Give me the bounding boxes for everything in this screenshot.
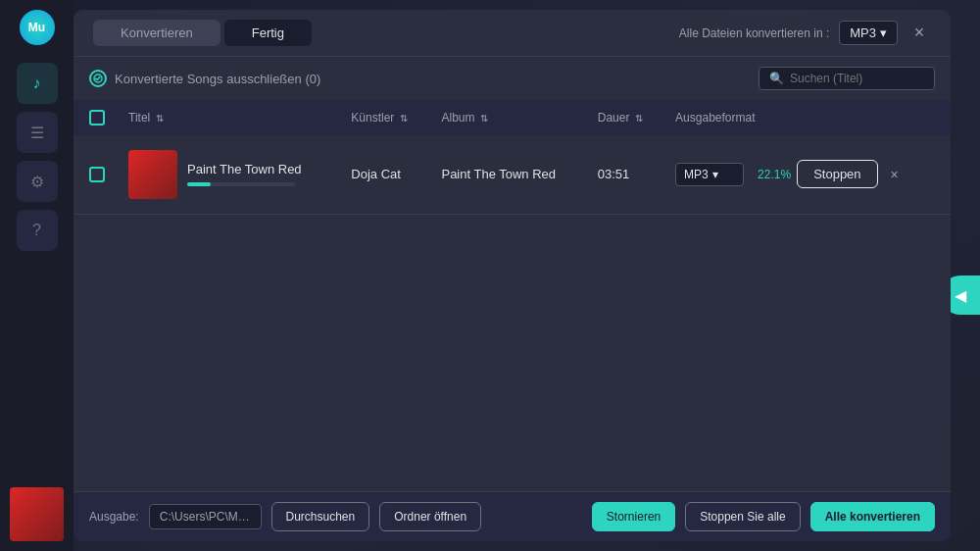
row-format-select[interactable]: MP3 ▾	[675, 163, 744, 186]
row-checkbox-cell	[74, 135, 117, 214]
sidebar-item-settings[interactable]: ⚙	[17, 161, 58, 202]
tab-bar: Konvertieren Fertig	[93, 20, 312, 46]
artist-sort-icon: ⇅	[400, 113, 408, 124]
modal-header: Konvertieren Fertig Alle Dateien konvert…	[74, 10, 951, 57]
output-label: Ausgabe:	[89, 510, 139, 524]
format-label: Alle Dateien konvertieren in :	[679, 26, 829, 40]
header-format-col: Ausgabeformat	[663, 100, 951, 135]
album-sort-icon: ⇅	[480, 113, 488, 124]
exclude-icon	[89, 70, 107, 87]
album-name: Paint The Town Red	[441, 167, 556, 181]
progress-bar-container	[187, 182, 295, 186]
stop-all-button[interactable]: Stoppen Sie alle	[685, 502, 800, 531]
sidebar-item-help[interactable]: ?	[17, 210, 58, 251]
sidebar-item-library[interactable]: ☰	[17, 112, 58, 153]
stop-row-button[interactable]: Stoppen	[797, 160, 877, 188]
row-checkbox[interactable]	[89, 167, 105, 182]
search-box[interactable]: 🔍	[759, 67, 935, 90]
modal-close-button[interactable]: ×	[907, 22, 931, 45]
header-artist-col[interactable]: Künstler ⇅	[339, 100, 429, 135]
exclude-songs-toggle[interactable]: Konvertierte Songs ausschließen (0)	[89, 70, 320, 87]
search-icon: 🔍	[769, 72, 784, 85]
format-value: MP3	[850, 25, 876, 40]
album-col-label: Album	[441, 111, 474, 125]
circle-check-icon	[93, 74, 103, 83]
tab-fertig[interactable]: Fertig	[224, 20, 312, 46]
select-all-checkbox[interactable]	[89, 110, 105, 125]
progress-percent: 22.1%	[758, 168, 791, 181]
global-format-select[interactable]: MP3 ▾	[839, 21, 898, 45]
tab-konvertieren[interactable]: Konvertieren	[93, 20, 220, 46]
table-header-row: Titel ⇅ Künstler ⇅ Album ⇅ Dauer ⇅	[74, 100, 951, 135]
title-sort-icon: ⇅	[156, 113, 164, 124]
format-dropdown-icon: ▾	[880, 25, 887, 40]
row-format-dropdown-icon: ▾	[712, 168, 718, 181]
track-table: Titel ⇅ Künstler ⇅ Album ⇅ Dauer ⇅	[74, 100, 951, 491]
float-icon: ◀	[955, 286, 966, 305]
album-art	[128, 150, 177, 199]
song-info: Paint The Town Red	[187, 162, 302, 186]
remove-row-button[interactable]: ×	[884, 164, 906, 185]
row-album-cell: Paint The Town Red	[429, 135, 585, 214]
song-cell: Paint The Town Red	[128, 150, 327, 199]
cancel-button[interactable]: Stornieren	[592, 502, 675, 531]
exclude-label: Konvertierte Songs ausschließen (0)	[115, 72, 320, 86]
duration-value: 03:51	[598, 167, 630, 181]
search-input[interactable]	[790, 72, 924, 85]
sidebar: Mu ♪ ☰ ⚙ ?	[0, 0, 74, 551]
artist-col-label: Künstler	[351, 111, 394, 125]
header-title-col[interactable]: Titel ⇅	[117, 100, 339, 135]
format-col-label: Ausgabeformat	[675, 111, 755, 125]
convert-all-button[interactable]: Alle konvertieren	[810, 502, 935, 531]
row-duration-cell: 03:51	[586, 135, 663, 214]
row-format-value: MP3	[684, 168, 709, 181]
row-format-cell: MP3 ▾ 22.1% Stoppen ×	[663, 135, 951, 214]
sidebar-item-music[interactable]: ♪	[17, 63, 58, 104]
converter-modal: Konvertieren Fertig Alle Dateien konvert…	[74, 10, 951, 541]
header-album-col[interactable]: Album ⇅	[429, 100, 585, 135]
header-checkbox-col	[74, 100, 117, 135]
output-path: C:\Users\PC\MuConvert\Sp...	[149, 504, 262, 529]
table-row: Paint The Town Red Doja Cat Paint The To…	[74, 135, 951, 214]
sidebar-album-art	[10, 487, 64, 541]
modal-footer: Ausgabe: C:\Users\PC\MuConvert\Sp... Dur…	[74, 491, 951, 541]
header-right: Alle Dateien konvertieren in : MP3 ▾ ×	[679, 21, 931, 45]
song-title: Paint The Town Red	[187, 162, 302, 176]
row-title-cell: Paint The Town Red	[117, 135, 339, 214]
progress-bar-fill	[187, 182, 211, 186]
artist-name: Doja Cat	[351, 167, 401, 181]
row-artist-cell: Doja Cat	[339, 135, 429, 214]
duration-sort-icon: ⇅	[635, 113, 643, 124]
browse-button[interactable]: Durchsuchen	[271, 502, 370, 531]
header-duration-col[interactable]: Dauer ⇅	[586, 100, 663, 135]
toolbar: Konvertierte Songs ausschließen (0) 🔍	[74, 57, 951, 100]
open-folder-button[interactable]: Ordner öffnen	[379, 502, 481, 531]
app-logo: Mu	[20, 10, 55, 45]
duration-col-label: Dauer	[598, 111, 630, 125]
title-col-label: Titel	[128, 111, 150, 125]
